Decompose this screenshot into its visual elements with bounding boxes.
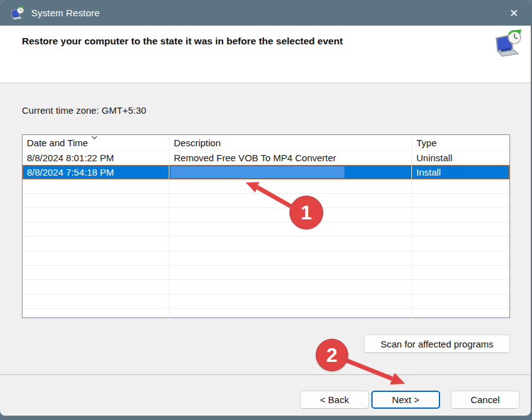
title-bar: System Restore ✕: [0, 0, 531, 26]
scan-affected-programs-button[interactable]: Scan for affected programs: [364, 334, 510, 353]
system-restore-dialog: System Restore ✕ Restore your computer t…: [0, 0, 531, 416]
close-icon: ✕: [509, 7, 518, 20]
redacted-description-box: [171, 166, 344, 178]
restore-point-type: Install: [412, 165, 509, 179]
empty-list-row: [23, 237, 509, 251]
column-header-date[interactable]: Date and Time: [23, 135, 169, 151]
selected-restore-point-row[interactable]: 8/8/2024 7:54:18 PM Install: [23, 165, 509, 179]
system-restore-icon: [493, 28, 523, 58]
empty-list-row: [23, 294, 509, 309]
empty-list-row: [23, 194, 509, 208]
system-restore-icon: [9, 6, 24, 21]
empty-list-row: [23, 280, 509, 294]
empty-list-row: [23, 222, 509, 237]
restore-point-description: Removed Free VOB To MP4 Converter: [169, 151, 412, 164]
list-header-row: Date and Time Description Type: [23, 135, 509, 151]
close-button[interactable]: ✕: [504, 4, 523, 22]
empty-list-row: [23, 309, 509, 323]
empty-list-row: [23, 179, 509, 194]
empty-list-row: [23, 266, 509, 280]
column-header-type[interactable]: Type: [412, 135, 509, 151]
next-button[interactable]: Next >: [371, 391, 440, 409]
dialog-header: Restore your computer to the state it wa…: [0, 26, 531, 83]
timezone-label: Current time zone: GMT+5:30: [22, 105, 146, 116]
empty-list-row: [23, 208, 509, 222]
sort-descending-icon: [91, 136, 98, 140]
restore-point-row[interactable]: 8/8/2024 8:01:22 PM Removed Free VOB To …: [23, 151, 509, 165]
window-title: System Restore: [31, 8, 100, 18]
restore-point-date: 8/8/2024 8:01:22 PM: [23, 151, 169, 164]
empty-list-row: [23, 251, 509, 266]
page-title: Restore your computer to the state it wa…: [22, 36, 487, 47]
back-button[interactable]: < Back: [300, 391, 369, 409]
column-header-description[interactable]: Description: [169, 135, 412, 151]
restore-points-list[interactable]: Date and Time Description Type 8/8/2024 …: [22, 134, 510, 318]
cancel-button[interactable]: Cancel: [451, 391, 519, 409]
restore-point-date: 8/8/2024 7:54:18 PM: [23, 165, 169, 179]
restore-point-type: Uninstall: [412, 151, 509, 164]
screen: System Restore ✕ Restore your computer t…: [0, 0, 532, 420]
footer-divider: [0, 374, 531, 375]
